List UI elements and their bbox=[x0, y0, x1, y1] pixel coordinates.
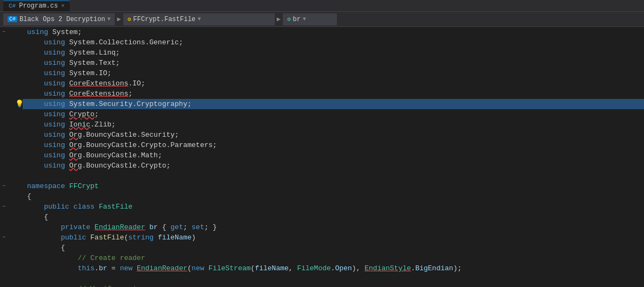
code-line-17: { bbox=[0, 191, 644, 202]
line-content-9: using Crypto; bbox=[23, 109, 644, 119]
gutter-10 bbox=[0, 119, 23, 130]
nav-file-chevron: ▼ bbox=[198, 16, 201, 22]
gutter-7 bbox=[0, 89, 23, 99]
gutter-4 bbox=[0, 58, 23, 68]
line-content-2: using System.Collections.Generic; bbox=[23, 37, 644, 48]
gutter-16: − bbox=[0, 181, 23, 191]
nav-separator-1: ▶ bbox=[117, 15, 121, 23]
nav-project-chevron: ▼ bbox=[107, 16, 110, 22]
line-content-12: using Org.BouncyCastle.Crypto.Parameters… bbox=[23, 140, 644, 150]
line-content-3: using System.Linq; bbox=[23, 48, 644, 58]
code-line-8: 💡 using System.Security.Cryptography; bbox=[0, 99, 644, 109]
nav-ff-icon: ⚙ bbox=[128, 16, 131, 23]
code-line-12: using Org.BouncyCastle.Crypto.Parameters… bbox=[0, 140, 644, 150]
gutter-17 bbox=[0, 191, 23, 202]
line-content-20: private EndianReader br { get; set; } bbox=[23, 222, 644, 232]
code-line-5: using System.IO; bbox=[0, 68, 644, 78]
lightbulb-icon[interactable]: 💡 bbox=[15, 99, 24, 109]
cs-icon: C# bbox=[9, 3, 16, 9]
gutter-22 bbox=[0, 243, 23, 253]
line-content-18: public class FastFile bbox=[23, 202, 644, 212]
code-line-20: private EndianReader br { get; set; } bbox=[0, 222, 644, 232]
line-content-16: namespace FFCrypt bbox=[23, 181, 644, 191]
gutter-1: − bbox=[0, 27, 23, 37]
line-content-11: using Org.BouncyCastle.Security; bbox=[23, 130, 644, 140]
code-line-1: − using System; bbox=[0, 27, 644, 37]
code-line-18: − public class FastFile bbox=[0, 202, 644, 212]
gutter-8: 💡 bbox=[0, 99, 23, 109]
collapse-icon-18[interactable]: − bbox=[2, 202, 5, 212]
tab-close-button[interactable]: × bbox=[61, 3, 64, 9]
code-line-16: − namespace FFCrypt bbox=[0, 181, 644, 191]
gutter-21: − bbox=[0, 232, 23, 243]
code-line-22: { bbox=[0, 243, 644, 253]
line-content-1: using System; bbox=[23, 27, 644, 37]
line-content-24: this.br = new EndianReader(new FileStrea… bbox=[23, 263, 644, 273]
line-content-6: using CoreExtensions.IO; bbox=[23, 78, 644, 89]
gutter-20 bbox=[0, 222, 23, 232]
gutter-6 bbox=[0, 78, 23, 89]
code-line-15 bbox=[0, 171, 644, 181]
tab-label: Program.cs bbox=[19, 2, 58, 10]
nav-file-label: FFCrypt.FastFile bbox=[133, 16, 195, 23]
program-tab[interactable]: C# Program.cs × bbox=[3, 1, 70, 11]
gutter-15 bbox=[0, 171, 23, 181]
code-line-21: − public FastFile(string fileName) bbox=[0, 232, 644, 243]
code-line-11: using Org.BouncyCastle.Security; bbox=[0, 130, 644, 140]
code-line-3: using System.Linq; bbox=[0, 48, 644, 58]
nav-project-label: Black Ops 2 Decryption bbox=[19, 16, 105, 23]
code-line-26: // Verify magic bbox=[0, 284, 644, 287]
line-content-5: using System.IO; bbox=[23, 68, 644, 78]
line-content-21: public FastFile(string fileName) bbox=[23, 232, 644, 243]
code-line-14: using Org.BouncyCastle.Crypto; bbox=[0, 161, 644, 171]
gutter-19 bbox=[0, 212, 23, 222]
line-content-22: { bbox=[23, 243, 644, 253]
line-content-25 bbox=[23, 273, 644, 284]
code-line-2: using System.Collections.Generic; bbox=[0, 37, 644, 48]
nav-separator-2: ▶ bbox=[277, 15, 281, 23]
collapse-icon-21[interactable]: − bbox=[2, 232, 5, 243]
line-content-14: using Org.BouncyCastle.Crypto; bbox=[23, 161, 644, 171]
nav-member[interactable]: ⚙ br ▼ bbox=[283, 14, 337, 25]
gutter-26 bbox=[0, 284, 23, 287]
title-bar: C# Program.cs × bbox=[0, 0, 644, 12]
nav-project[interactable]: C# Black Ops 2 Decryption ▼ bbox=[3, 14, 115, 25]
gutter-12 bbox=[0, 140, 23, 150]
code-line-4: using System.Text; bbox=[0, 58, 644, 68]
gutter-5 bbox=[0, 68, 23, 78]
nav-file[interactable]: ⚙ FFCrypt.FastFile ▼ bbox=[123, 14, 275, 25]
code-area[interactable]: − using System; using System.Collections… bbox=[0, 27, 644, 287]
code-line-7: using CoreExtensions; bbox=[0, 89, 644, 99]
code-line-10: using Ionic.Zlib; bbox=[0, 119, 644, 130]
gutter-11 bbox=[0, 130, 23, 140]
code-line-23: // Create reader bbox=[0, 253, 644, 263]
code-lines: − using System; using System.Collections… bbox=[0, 27, 644, 287]
code-line-24: this.br = new EndianReader(new FileStrea… bbox=[0, 263, 644, 273]
line-content-13: using Org.BouncyCastle.Math; bbox=[23, 150, 644, 161]
code-line-9: using Crypto; bbox=[0, 109, 644, 119]
gutter-9 bbox=[0, 109, 23, 119]
gutter-24 bbox=[0, 263, 23, 273]
nav-member-label: br bbox=[293, 16, 301, 23]
gutter-18: − bbox=[0, 202, 23, 212]
collapse-icon-1[interactable]: − bbox=[2, 27, 5, 37]
gutter-25 bbox=[0, 273, 23, 284]
line-content-4: using System.Text; bbox=[23, 58, 644, 68]
line-content-7: using CoreExtensions; bbox=[23, 89, 644, 99]
line-content-8: using System.Security.Cryptography; bbox=[23, 99, 644, 109]
gutter-23 bbox=[0, 253, 23, 263]
collapse-icon-16[interactable]: − bbox=[2, 181, 5, 191]
code-line-25 bbox=[0, 273, 644, 284]
nav-member-chevron: ▼ bbox=[303, 16, 306, 22]
editor: − using System; using System.Collections… bbox=[0, 27, 644, 287]
gutter-14 bbox=[0, 161, 23, 171]
line-content-15 bbox=[23, 171, 644, 181]
line-content-10: using Ionic.Zlib; bbox=[23, 119, 644, 130]
nav-br-icon: ⚙ bbox=[287, 16, 291, 23]
gutter-13 bbox=[0, 150, 23, 161]
code-line-19: { bbox=[0, 212, 644, 222]
gutter-2 bbox=[0, 37, 23, 48]
code-line-13: using Org.BouncyCastle.Math; bbox=[0, 150, 644, 161]
gutter-3 bbox=[0, 48, 23, 58]
line-content-26: // Verify magic bbox=[23, 284, 644, 287]
